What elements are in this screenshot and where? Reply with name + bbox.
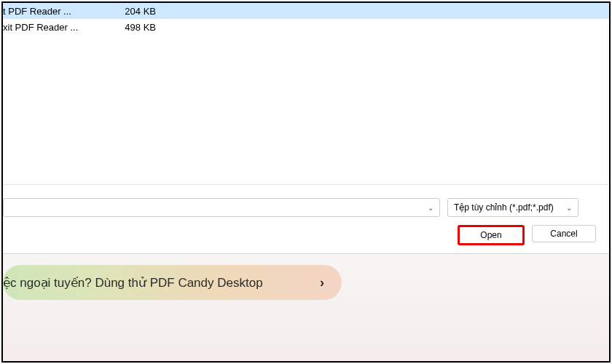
cancel-button[interactable]: Cancel: [532, 225, 596, 242]
pdf-candy-banner[interactable]: ệc ngoại tuyến? Dùng thử PDF Candy Deskt…: [3, 265, 342, 300]
file-list[interactable]: t PDF Reader ... 204 KB xit PDF Reader .…: [3, 3, 609, 174]
banner-text: ệc ngoại tuyến? Dùng thử PDF Candy Deskt…: [3, 275, 311, 290]
chevron-right-icon: ›: [320, 275, 324, 290]
chevron-down-icon: ⌄: [566, 204, 572, 212]
file-name: t PDF Reader ...: [3, 6, 112, 17]
file-size: 498 KB: [112, 22, 163, 33]
filename-row: ⌄ Tệp tùy chỉnh (*.pdf;*.pdf) ⌄: [3, 198, 596, 217]
screenshot-frame: t PDF Reader ... 204 KB xit PDF Reader .…: [1, 1, 611, 363]
open-button-label: Open: [480, 230, 501, 240]
file-type-filter[interactable]: Tệp tùy chỉnh (*.pdf;*.pdf) ⌄: [447, 198, 578, 217]
file-name: xit PDF Reader ...: [3, 22, 112, 33]
open-button[interactable]: Open: [458, 225, 525, 245]
chevron-down-icon: ⌄: [428, 204, 434, 212]
filename-combobox[interactable]: ⌄: [3, 198, 440, 217]
cancel-button-label: Cancel: [550, 229, 577, 239]
file-row[interactable]: xit PDF Reader ... 498 KB: [3, 19, 609, 35]
file-open-dialog: t PDF Reader ... 204 KB xit PDF Reader .…: [3, 3, 609, 254]
file-row-selected[interactable]: t PDF Reader ... 204 KB: [3, 3, 609, 19]
dialog-buttons: Open Cancel: [458, 225, 596, 245]
dialog-bottom-bar: ⌄ Tệp tùy chỉnh (*.pdf;*.pdf) ⌄ Open Can…: [3, 184, 609, 253]
file-size: 204 KB: [112, 6, 163, 17]
filter-selected-text: Tệp tùy chỉnh (*.pdf;*.pdf): [454, 202, 554, 213]
